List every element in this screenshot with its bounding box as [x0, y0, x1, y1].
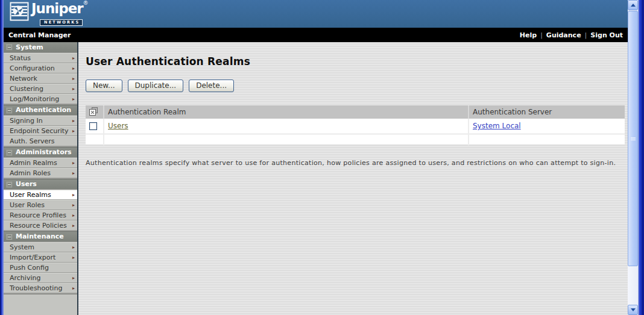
vertical-scrollbar[interactable]	[628, 0, 638, 315]
duplicate-button[interactable]: Duplicate...	[128, 80, 184, 92]
menubar-link-sign-out[interactable]: Sign Out	[590, 31, 623, 39]
chevron-right-icon: ▸	[72, 56, 75, 61]
sidebar-item-label: Resource Profiles	[10, 211, 72, 220]
brand-header: Juniper® NETWORKS	[4, 0, 628, 28]
row-checkbox[interactable]	[89, 122, 97, 130]
registered-mark: ®	[83, 0, 89, 6]
sidebar-item-label: System	[10, 243, 72, 252]
chevron-right-icon: ▸	[72, 245, 75, 250]
sidebar-sections: SystemStatus▸Configuration▸Network▸Clust…	[4, 42, 77, 293]
sidebar-section-label: System	[16, 43, 43, 52]
chevron-right-icon: ▸	[72, 193, 75, 198]
select-all-header-cell	[86, 105, 104, 119]
collapse-icon[interactable]	[7, 234, 12, 240]
sidebar-item-archiving[interactable]: Archiving▸	[4, 273, 77, 282]
collapse-icon[interactable]	[7, 108, 12, 113]
row-checkbox-cell	[86, 119, 104, 134]
menubar-links: Help|Guidance|Sign Out	[520, 31, 623, 39]
sidebar-item-label: User Roles	[10, 201, 72, 210]
page-title: User Authentication Realms	[86, 55, 628, 67]
sidebar-item-label: Auth. Servers	[10, 137, 75, 146]
sidebar-item-label: Import/Export	[10, 253, 72, 262]
table-header-row: Authentication Realm Authentication Serv…	[86, 105, 625, 119]
sidebar-item-clustering[interactable]: Clustering▸	[4, 84, 77, 93]
toolbar-buttons: New...Duplicate...Delete...	[86, 80, 628, 92]
select-all-icon[interactable]	[89, 107, 98, 116]
top-menubar: Central Manager Help|Guidance|Sign Out	[4, 28, 628, 42]
brand-subname: NETWORKS	[40, 19, 83, 26]
collapse-icon[interactable]	[7, 45, 12, 50]
sidebar-item-import-export[interactable]: Import/Export▸	[4, 252, 77, 262]
sidebar-item-troubleshooting[interactable]: Troubleshooting▸	[4, 283, 77, 293]
sidebar-item-label: Push Config	[10, 263, 75, 272]
empty-server-cell	[469, 134, 625, 145]
scroll-down-button[interactable]	[628, 305, 638, 315]
window-border-right	[638, 0, 644, 315]
chevron-right-icon: ▸	[72, 286, 75, 291]
sidebar-item-network[interactable]: Network▸	[4, 73, 77, 83]
window-border-left	[0, 0, 4, 315]
table-body: UsersSystem Local	[86, 119, 625, 145]
sidebar-item-log-monitoring[interactable]: Log/Monitoring▸	[4, 94, 77, 104]
menubar-separator: |	[540, 31, 543, 39]
sidebar-section-label: Administrators	[16, 148, 72, 157]
scrollbar-thumb[interactable]	[628, 11, 638, 266]
scroll-up-button[interactable]	[628, 0, 638, 10]
server-link-system-local[interactable]: System Local	[473, 122, 521, 130]
sidebar-section-users[interactable]: Users	[4, 179, 77, 189]
empty-table-row	[86, 134, 625, 145]
sidebar-item-admin-realms[interactable]: Admin Realms▸	[4, 158, 77, 167]
sidebar-item-system[interactable]: System▸	[4, 242, 77, 252]
sidebar-section-authentication[interactable]: Authentication	[4, 105, 77, 115]
collapse-icon[interactable]	[7, 182, 12, 187]
sidebar-item-label: Resource Policies	[10, 221, 72, 230]
chevron-right-icon: ▸	[72, 97, 75, 102]
central-manager-window: Juniper® NETWORKS Central Manager Help|G…	[0, 0, 644, 315]
sidebar-item-admin-roles[interactable]: Admin Roles▸	[4, 168, 77, 178]
sidebar-item-configuration[interactable]: Configuration▸	[4, 63, 77, 73]
chevron-right-icon: ▸	[72, 203, 75, 208]
sidebar-section-label: Authentication	[16, 105, 71, 115]
sidebar-item-label: Configuration	[10, 64, 72, 73]
sidebar-item-push-config[interactable]: Push Config	[4, 263, 77, 272]
chevron-up-icon	[631, 4, 636, 7]
sidebar-item-label: Admin Realms	[10, 158, 72, 167]
menubar-link-guidance[interactable]: Guidance	[546, 31, 581, 39]
sidebar-section-maintenance[interactable]: Maintenance	[4, 231, 77, 242]
sidebar-section-system[interactable]: System	[4, 42, 77, 52]
chevron-right-icon: ▸	[72, 161, 75, 166]
chevron-right-icon: ▸	[72, 66, 75, 71]
sidebar-item-endpoint-security[interactable]: Endpoint Security▸	[4, 126, 77, 136]
realms-table: Authentication Realm Authentication Serv…	[86, 105, 625, 145]
juniper-logo-icon	[10, 2, 29, 21]
sidebar-section-label: Users	[16, 179, 37, 189]
delete-button[interactable]: Delete...	[189, 80, 234, 92]
column-header-authentication-realm: Authentication Realm	[104, 105, 469, 119]
sidebar-item-label: Network	[10, 74, 72, 83]
sidebar-item-resource-policies[interactable]: Resource Policies▸	[4, 220, 77, 230]
sidebar-section-label: Maintenance	[16, 232, 64, 242]
sidebar-item-label: Admin Roles	[10, 169, 72, 178]
sidebar-item-label: Log/Monitoring	[10, 95, 72, 104]
column-header-authentication-server: Authentication Server	[469, 105, 625, 119]
juniper-logo-text: Juniper® NETWORKS	[31, 2, 89, 26]
sidebar-item-auth-servers[interactable]: Auth. Servers	[4, 136, 77, 146]
sidebar-item-user-roles[interactable]: User Roles▸	[4, 200, 77, 210]
sidebar-item-signing-in[interactable]: Signing In▸	[4, 116, 77, 125]
sidebar-item-resource-profiles[interactable]: Resource Profiles▸	[4, 210, 77, 220]
chevron-right-icon: ▸	[72, 119, 75, 123]
sidebar-item-label: User Realms	[10, 190, 72, 199]
server-cell: System Local	[469, 119, 625, 134]
chevron-right-icon: ▸	[72, 76, 75, 81]
collapse-icon[interactable]	[7, 150, 12, 155]
chevron-right-icon: ▸	[72, 276, 75, 281]
new-button[interactable]: New...	[86, 80, 122, 92]
sidebar-item-status[interactable]: Status▸	[4, 53, 77, 63]
sidebar-section-administrators[interactable]: Administrators	[4, 147, 77, 157]
app-title: Central Manager	[8, 31, 71, 39]
scrollbar-track[interactable]	[628, 10, 638, 305]
sidebar-item-user-realms[interactable]: User Realms▸	[4, 190, 77, 199]
menubar-link-help[interactable]: Help	[520, 31, 537, 39]
page-description: Authentication realms specify what serve…	[86, 159, 616, 167]
realm-link-users[interactable]: Users	[108, 122, 128, 130]
